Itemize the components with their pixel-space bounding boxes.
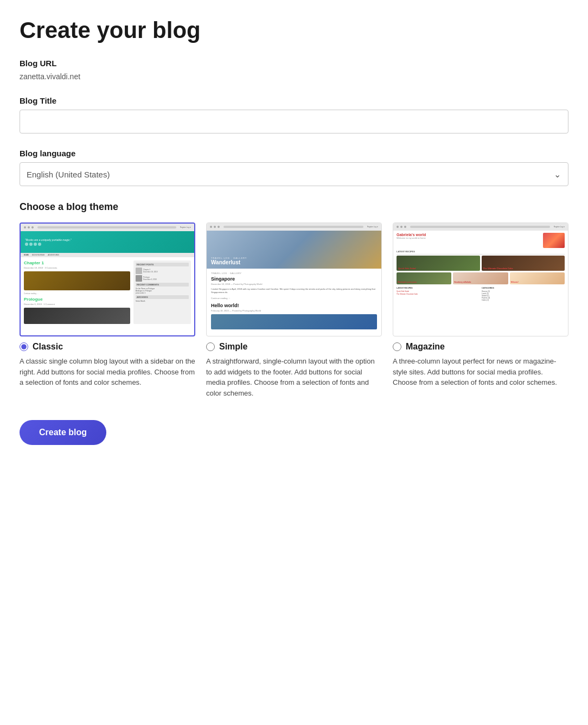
classic-sidebar: RECENT POSTS Chapter 1December 19, 2019 … xyxy=(133,260,191,324)
sidebar-archive-text: Select Month xyxy=(136,300,189,302)
mag-bottom-categories: CATEGORIES Dinners (3) Lunch (5) Salads … xyxy=(482,287,565,301)
magazine-theme-desc: A three-column layout perfect for news o… xyxy=(393,356,568,388)
sidebar-item-text: Chapter 1December 19, 2019 xyxy=(143,269,157,273)
theme-card-classic: Register Log in "Books are a uniquely po… xyxy=(20,222,195,398)
mag-bottom-row: LATEST RECIPES Quick Side Salad The Ulti… xyxy=(393,286,568,302)
classic-hero-icons xyxy=(25,243,72,246)
theme-preview-simple[interactable]: Register Log in TRAVEL.LOG · GALLERY Wan… xyxy=(206,222,382,336)
sidebar-comments-label: RECENT COMMENTS xyxy=(136,283,189,287)
classic-radio-row: Classic xyxy=(20,342,195,352)
mag-latest-label: LATEST RECIPES xyxy=(397,250,565,255)
nav-dot xyxy=(31,226,34,228)
mag-latest-bar: LATEST RECIPES xyxy=(393,250,568,255)
sidebar-archives-label: ARCHIVES xyxy=(136,295,189,299)
nav-dot xyxy=(214,226,216,228)
simple-nav-bar: Register Log in xyxy=(207,223,381,231)
nav-links: Register Log in xyxy=(180,226,191,228)
post2-title: Prologue xyxy=(24,297,130,302)
sidebar-comment-text: On the Flame on PrologueAnalogue on Prol… xyxy=(136,288,189,294)
simple-post2-image xyxy=(211,314,377,329)
social-icon xyxy=(29,243,33,246)
mag-cell-milkshake: Strawberry milkshake xyxy=(453,272,508,284)
post1-meta: December 19, 2019 · 3 Comments xyxy=(24,266,130,269)
blog-url-section: Blog URL zanetta.vivaldi.net xyxy=(20,59,568,81)
nav-dot xyxy=(24,226,26,228)
mag-cell-chocolate: The Ultimate Chocolate Cake xyxy=(482,256,565,271)
mag-cell-milkshake-title: Strawberry milkshake xyxy=(454,281,471,283)
mag-cell-salad-title: Quick Side Salad xyxy=(398,267,416,270)
classic-hero: "Books are a uniquely portable magic." xyxy=(21,231,194,253)
nav-bar-spacer xyxy=(37,226,176,228)
mag-blog-title: Gabriela's world xyxy=(397,233,426,237)
sidebar-item-text: PrologueDecember 6, 2019 xyxy=(143,276,157,281)
post1-link: Continue reading → xyxy=(24,292,130,295)
simple-post1-text: I visited Singapore in April, 2018 with … xyxy=(211,288,377,294)
mag-nav-bar: Register Log in xyxy=(393,223,568,231)
magazine-radio[interactable] xyxy=(393,342,401,351)
blog-language-label: Blog language xyxy=(20,149,568,158)
nav-dot xyxy=(400,226,402,228)
mag-bottom-latest: LATEST RECIPES Quick Side Salad The Ulti… xyxy=(397,287,480,301)
theme-section: Choose a blog theme Register Log in "Boo… xyxy=(20,201,568,445)
mag-latest-recipes-label: LATEST RECIPES xyxy=(397,287,480,289)
nav-bar-spacer xyxy=(410,226,550,228)
mag-header-image xyxy=(543,233,565,248)
mag-recipe1: Quick Side Salad xyxy=(397,290,480,292)
page-title: Create your blog xyxy=(20,17,568,43)
social-icon xyxy=(38,243,41,246)
theme-preview-classic[interactable]: Register Log in "Books are a uniquely po… xyxy=(20,222,195,336)
blog-title-input[interactable] xyxy=(20,110,568,133)
simple-theme-desc: A straightforward, single-column layout … xyxy=(206,356,382,398)
simple-hero-overlay: TRAVEL.LOG · GALLERY Wanderlust xyxy=(211,257,247,265)
mag-cell-pasta-title: Weeknight's pesto pasta xyxy=(398,281,417,283)
sidebar-thumb xyxy=(136,275,142,282)
simple-radio-row: Simple xyxy=(206,342,382,352)
classic-sub-nav: HOME BOOK REVIEWS ADVENTURES xyxy=(21,253,194,257)
theme-preview-magazine[interactable]: Register Log in Gabriela's world Welcome… xyxy=(393,222,568,336)
mag-categories-label: CATEGORIES xyxy=(482,287,565,289)
mag-grid-row1: Quick Side Salad The Ultimate Chocolate … xyxy=(393,256,568,271)
create-blog-button[interactable]: Create blog xyxy=(20,420,106,445)
simple-post1-title: Singapore xyxy=(211,276,377,282)
language-select[interactable]: English (United States) English (UK) Esp… xyxy=(20,162,568,186)
nav-links: Register Log in xyxy=(554,226,565,228)
simple-read-more: Continue reading → xyxy=(211,297,377,300)
blog-url-label: Blog URL xyxy=(20,59,568,68)
simple-body: TRAVEL.LOG · GALLERY Singapore December … xyxy=(207,269,381,333)
sub-nav-link: BOOK REVIEWS xyxy=(32,254,44,256)
classic-body: Chapter 1 December 19, 2019 · 3 Comments… xyxy=(21,257,194,327)
simple-category: TRAVEL.LOG · GALLERY xyxy=(211,272,377,275)
simple-hero: TRAVEL.LOG · GALLERY Wanderlust xyxy=(207,231,381,269)
mag-header: Gabriela's world Welcome to my world at … xyxy=(393,231,568,250)
simple-hero-blog-name: Wanderlust xyxy=(211,259,247,265)
social-icon xyxy=(25,243,28,246)
mag-recipe2: The Ultimate Chocolate Cake xyxy=(397,293,480,295)
mag-cat-5: Cakes (1) xyxy=(482,299,565,301)
blog-language-section: Blog language English (United States) En… xyxy=(20,149,568,186)
classic-main: Chapter 1 December 19, 2019 · 3 Comments… xyxy=(24,260,130,324)
post1-image xyxy=(24,271,130,290)
post1-title: Chapter 1 xyxy=(24,260,130,265)
language-select-wrapper: English (United States) English (UK) Esp… xyxy=(20,162,568,186)
simple-radio[interactable] xyxy=(206,342,215,351)
mag-cell-chocolate-title: The Ultimate Chocolate Cake xyxy=(483,267,513,270)
nav-dot xyxy=(28,226,30,228)
nav-links: Register Log in xyxy=(367,226,378,228)
classic-radio[interactable] xyxy=(20,342,28,351)
simple-theme-name: Simple xyxy=(219,342,247,352)
nav-dot xyxy=(397,226,399,228)
simple-post2-meta: February 18, 2023 — Posted by Photograph… xyxy=(211,309,377,312)
mag-cell-salad: Quick Side Salad xyxy=(397,256,480,271)
mag-cell-welcome-title: Welcome! xyxy=(511,281,519,283)
themes-grid: Register Log in "Books are a uniquely po… xyxy=(20,222,568,398)
classic-nav-bar: Register Log in xyxy=(21,224,194,231)
simple-post1-meta: December 10, 2018 — Posted by Photograph… xyxy=(211,283,377,285)
theme-card-magazine: Register Log in Gabriela's world Welcome… xyxy=(393,222,568,398)
sidebar-thumb xyxy=(136,268,142,274)
magazine-theme-name: Magazine xyxy=(406,342,445,352)
nav-dot xyxy=(404,226,406,228)
mag-header-text: Gabriela's world Welcome to my world at … xyxy=(397,233,426,239)
sidebar-item: Chapter 1December 19, 2019 xyxy=(136,268,189,274)
magazine-radio-row: Magazine xyxy=(393,342,568,352)
theme-card-simple: Register Log in TRAVEL.LOG · GALLERY Wan… xyxy=(206,222,382,398)
